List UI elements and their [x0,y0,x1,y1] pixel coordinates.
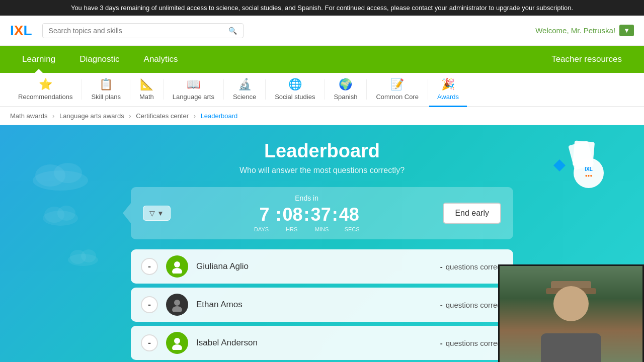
cloud-decoration-3 [65,246,101,266]
table-row: - Isabel Anderson - questions correct [131,326,513,360]
breadcrumb-language-arts-awards[interactable]: Language arts awards [59,112,124,120]
table-row: - Ethan Amos - questions correct [131,288,513,322]
svg-point-15 [174,261,180,267]
svg-point-17 [174,300,180,306]
sub-nav-science[interactable]: 🔬 Science [225,73,264,107]
logo-l: L [23,23,32,39]
sub-nav-science-label: Science [233,93,256,101]
timer-hours-label: HRS [282,226,302,232]
cloud-decoration-2 [40,201,80,226]
logo[interactable]: IXL [10,23,32,39]
video-overlay [498,264,644,362]
sub-nav-divider-8 [428,79,428,100]
svg-point-5 [57,206,75,221]
recommendations-icon: ⭐ [39,78,52,91]
student-list: - Giuliana Aglio - questions correct - [131,249,513,360]
svg-point-8 [81,249,96,262]
filter-button[interactable]: ▽ ▼ [143,206,171,221]
person-body [541,333,601,362]
timer-secs: 48 [339,204,359,225]
logo-i: I [10,23,14,39]
sub-nav-divider-3 [163,79,164,100]
common-core-icon: 📝 [390,78,404,91]
banner-text: You have 3 days remaining of unlimited a… [71,4,573,12]
timer-colon-1: : [275,204,283,225]
breadcrumb-certificates-center[interactable]: Certificates center [136,112,189,120]
table-row: - Giuliana Aglio - questions correct [131,249,513,284]
breadcrumb-sep-3: › [194,112,196,120]
spanish-icon: 🌍 [339,78,352,91]
header: IXL 🔍 Welcome, Mr. Petruska! ▼ [0,16,644,46]
avatar-3 [166,332,188,354]
svg-point-19 [174,338,180,344]
person-head [553,286,589,321]
top-banner: You have 3 days remaining of unlimited a… [0,0,644,16]
score-value-3: - [440,339,443,347]
sub-nav-divider-4 [223,79,224,100]
sub-nav-social-studies[interactable]: 🌐 Social studies [267,73,323,107]
sub-nav-divider-6 [324,79,325,100]
end-early-button[interactable]: End early [443,203,501,224]
sub-nav-divider-5 [265,79,266,100]
svg-point-20 [172,344,182,350]
timer-days: 7 [255,204,275,225]
avatar-1 [166,255,188,278]
filter-dropdown-icon: ▼ [157,209,164,217]
sub-nav-awards[interactable]: 🎉 Awards [429,73,467,107]
nav-teacher-resources[interactable]: Teacher resources [539,46,634,73]
student-name-3: Isabel Anderson [196,338,432,348]
timer-digits: 7 : 08 : 37 : 48 [171,204,443,225]
sub-nav-divider-2 [130,79,130,100]
sub-nav-common-core[interactable]: 📝 Common Core [368,73,427,107]
rank-badge-1: - [141,258,158,275]
student-score-2: - questions correct [440,301,503,309]
score-value-1: - [440,262,443,271]
logo-x: X [14,23,24,39]
sub-nav-skill-plans-label: Skill plans [91,93,121,101]
student-name-2: Ethan Amos [196,300,432,310]
score-label-1: questions correct [446,262,503,271]
svg-point-18 [172,306,182,312]
search-input[interactable] [49,27,224,35]
main-content: IXL ●●● Leaderboard Who will answer the … [0,125,644,362]
sub-nav-awards-label: Awards [437,93,459,101]
timer-days-label: DAYS [252,226,272,232]
breadcrumb-sep-1: › [52,112,54,120]
sub-nav-math[interactable]: 📐 Math [131,73,162,107]
sub-nav-language-arts[interactable]: 📖 Language arts [165,73,222,107]
timer-secs-label: SECS [342,226,362,232]
breadcrumb-current: Leaderboard [201,112,238,120]
timer-colon-2: : [303,204,311,225]
svg-point-16 [172,268,182,274]
science-icon: 🔬 [238,78,252,91]
leaderboard-title: Leaderboard [10,140,634,162]
welcome-dropdown[interactable]: ▼ [619,25,634,36]
sub-nav-math-label: Math [139,93,154,101]
breadcrumb-math-awards[interactable]: Math awards [10,112,47,120]
sub-nav: ⭐ Recommendations 📋 Skill plans 📐 Math 📖… [0,73,644,107]
timer-mins: 37 [311,204,331,225]
nav-diagnostic[interactable]: Diagnostic [67,46,131,73]
sub-nav-recommendations[interactable]: ⭐ Recommendations [10,73,80,107]
sub-nav-skill-plans[interactable]: 📋 Skill plans [83,73,129,107]
sub-nav-spanish[interactable]: 🌍 Spanish [326,73,365,107]
language-arts-icon: 📖 [187,78,200,91]
timer-container: ▽ ▼ Ends in 7 : 08 : 37 : 48 DAYS HRS MI… [131,187,513,239]
sub-nav-social-studies-label: Social studies [275,93,315,101]
ixl-decoration: IXL ●●● [543,140,604,191]
score-label-2: questions correct [446,301,503,309]
search-bar[interactable]: 🔍 [42,23,244,38]
nav-analytics[interactable]: Analytics [132,46,190,73]
header-right: Welcome, Mr. Petruska! ▼ [535,25,634,36]
social-studies-icon: 🌐 [288,78,302,91]
nav-learning[interactable]: Learning [10,46,67,73]
student-name-1: Giuliana Aglio [196,261,432,272]
sub-nav-recommendations-label: Recommendations [18,93,72,101]
timer-center: Ends in 7 : 08 : 37 : 48 DAYS HRS MINS S… [171,194,443,232]
score-label-3: questions correct [446,339,503,347]
score-value-2: - [440,301,443,309]
search-icon: 🔍 [228,27,237,35]
timer-labels: DAYS HRS MINS SECS [171,226,443,232]
timer-ends-in-label: Ends in [171,194,443,202]
rank-badge-3: - [141,334,158,351]
